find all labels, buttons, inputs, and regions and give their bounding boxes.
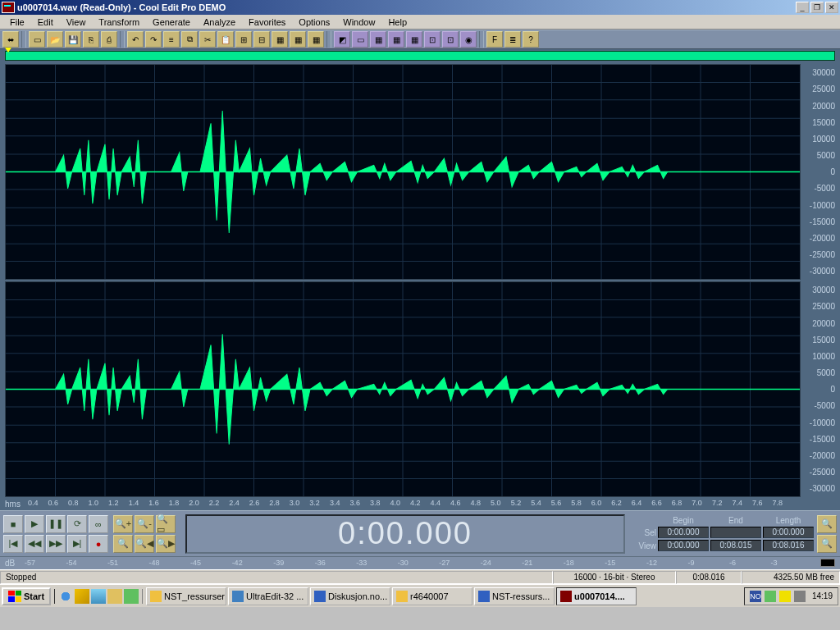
scripts-button[interactable]: F <box>486 31 503 48</box>
group-button[interactable]: ▦ <box>272 31 288 48</box>
batch-button[interactable]: ⎙ <box>101 31 117 48</box>
save-copy-button[interactable]: ⎘ <box>83 31 99 48</box>
sel-begin[interactable]: 0:00.000 <box>658 527 709 538</box>
group3-button[interactable]: ▦ <box>308 31 324 48</box>
new-button[interactable]: ▭ <box>29 31 45 48</box>
sel-length[interactable]: 0:00.000 <box>763 527 814 538</box>
mix-paste-button[interactable]: ⊞ <box>235 31 252 48</box>
taskbar-button[interactable]: NST-ressurs... <box>474 587 555 605</box>
time-tick: 5.0 <box>491 499 501 507</box>
view3-button[interactable]: ▦ <box>406 31 422 48</box>
volume-icon[interactable] <box>779 591 791 602</box>
ie-icon[interactable] <box>58 589 73 604</box>
view2-button[interactable]: ▦ <box>388 31 404 48</box>
tray-icon-1[interactable] <box>765 591 776 602</box>
zoom-sel-button[interactable]: 🔍 <box>113 535 133 553</box>
redo-button[interactable]: ↷ <box>145 31 162 48</box>
taskbar-button[interactable]: Diskusjon.no... <box>310 587 390 605</box>
time-ruler[interactable]: hms 0.40.60.81.01.21.41.61.82.02.22.42.6… <box>0 497 840 510</box>
waveform-right-channel[interactable] <box>5 281 801 497</box>
pause-button[interactable]: ❚❚ <box>46 515 66 533</box>
db-tick: -33 <box>356 559 367 567</box>
group2-button[interactable]: ▦ <box>290 31 306 48</box>
paste-button[interactable]: 📋 <box>217 31 234 48</box>
settings-button[interactable]: ⊡ <box>424 31 441 48</box>
zoom-out-button[interactable]: 🔍- <box>135 515 154 533</box>
waveform-left-channel[interactable] <box>5 64 801 280</box>
undo-button[interactable]: ↶ <box>127 31 144 48</box>
db-label: dB <box>5 559 15 568</box>
menu-edit[interactable]: Edit <box>31 16 60 29</box>
menu-analyze[interactable]: Analyze <box>197 16 242 29</box>
level-meter[interactable]: dB -57-54-51-48-45-42-39-36-33-30-27-24-… <box>0 556 840 569</box>
spectral-button[interactable]: ◩ <box>334 31 350 48</box>
fav-button[interactable]: ≣ <box>504 31 521 48</box>
taskbar-button[interactable]: NST_ressurser <box>146 587 226 605</box>
clock[interactable]: 14:19 <box>812 591 833 600</box>
open-button[interactable]: 📂 <box>47 31 63 48</box>
trim-button[interactable]: ⊟ <box>253 31 270 48</box>
overview-cursor[interactable] <box>5 48 11 52</box>
outlook-icon[interactable] <box>75 589 89 604</box>
menu-view[interactable]: View <box>60 16 93 29</box>
rewind-button[interactable]: ◀◀ <box>25 535 44 553</box>
time-tick: 5.6 <box>551 499 562 507</box>
play-to-end-button[interactable]: ⟳ <box>67 515 87 533</box>
amp-tick: 20000 <box>812 319 835 328</box>
save-button[interactable]: 💾 <box>65 31 81 48</box>
app-icon[interactable] <box>124 589 139 604</box>
tray-icon-2[interactable] <box>794 591 806 602</box>
minimize-button[interactable]: _ <box>796 2 809 13</box>
menu-favorites[interactable]: Favorites <box>242 16 292 29</box>
toggle-view-button[interactable]: ⬌ <box>2 31 19 48</box>
info-button[interactable]: ⊡ <box>442 31 459 48</box>
db-tick: -3 <box>770 559 777 567</box>
menu-transform[interactable]: Transform <box>92 16 146 29</box>
play-button[interactable]: ▶ <box>25 515 44 533</box>
close-button[interactable]: ✕ <box>825 2 838 13</box>
start-button[interactable]: Start <box>2 587 51 605</box>
explorer-icon[interactable] <box>107 589 122 604</box>
copy-button[interactable]: ⧉ <box>181 31 198 48</box>
view1-button[interactable]: ▦ <box>370 31 386 48</box>
db-tick: -21 <box>522 559 532 567</box>
time-tick: 6.4 <box>632 499 642 507</box>
desktop-icon[interactable] <box>91 589 106 604</box>
menu-generate[interactable]: Generate <box>146 16 197 29</box>
cut-button[interactable]: ✂ <box>199 31 216 48</box>
taskbar-button[interactable]: r4640007 <box>392 587 472 605</box>
cd-button[interactable]: ◉ <box>460 31 477 48</box>
restore-button[interactable]: ❐ <box>810 2 824 13</box>
help-button[interactable]: ? <box>523 31 539 48</box>
ruler-button[interactable]: ▭ <box>352 31 368 48</box>
record-button[interactable]: ● <box>89 535 108 553</box>
time-tick: 6.8 <box>672 499 682 507</box>
menu-options[interactable]: Options <box>292 16 336 29</box>
view-end[interactable]: 0:08.015 <box>710 540 761 551</box>
zoom-left-button[interactable]: 🔍◀ <box>135 535 154 553</box>
view-length[interactable]: 0:08.016 <box>763 540 814 551</box>
zoom-full-button[interactable]: 🔍▭ <box>156 515 176 533</box>
menu-window[interactable]: Window <box>336 16 381 29</box>
zoom-in-button[interactable]: 🔍+ <box>113 515 133 533</box>
view-begin[interactable]: 0:00.000 <box>658 540 709 551</box>
menu-file[interactable]: File <box>3 16 31 29</box>
taskbar-button[interactable]: UltraEdit-32 ... <box>228 587 308 605</box>
go-end-button[interactable]: ▶| <box>67 535 87 553</box>
forward-button[interactable]: ▶▶ <box>46 535 66 553</box>
time-tick: 4.4 <box>431 499 441 507</box>
loop-button[interactable]: ∞ <box>89 515 108 533</box>
taskbar-button[interactable]: u0007014.... <box>556 587 637 605</box>
time-tick: 4.8 <box>471 499 482 507</box>
zoom-right-button[interactable]: 🔍▶ <box>156 535 176 553</box>
amp-tick: 0 <box>830 167 835 176</box>
lang-indicator[interactable]: NO <box>750 591 761 602</box>
go-start-button[interactable]: |◀ <box>3 535 23 553</box>
sel-end[interactable] <box>710 527 761 538</box>
convert-button[interactable]: ≡ <box>163 31 180 48</box>
vzoom-out-button[interactable]: 🔍 <box>817 535 837 553</box>
menu-help[interactable]: Help <box>381 16 413 29</box>
stop-button[interactable]: ■ <box>3 515 23 533</box>
vzoom-in-button[interactable]: 🔍 <box>817 515 837 533</box>
overview-bar[interactable] <box>0 49 840 62</box>
